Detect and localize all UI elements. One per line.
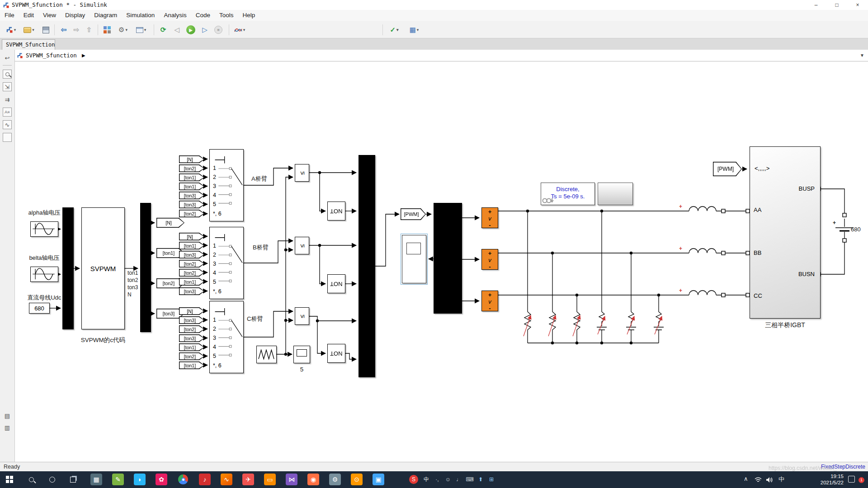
voltage-source-c[interactable]: + v -: [481, 291, 498, 311]
not-block-a[interactable]: NOT: [327, 202, 345, 221]
compare-block-a[interactable]: ≤: [295, 164, 309, 182]
from-tag[interactable]: [ton3]: [179, 334, 204, 342]
bridge-b-label: B桥臂: [253, 244, 269, 252]
from-tag[interactable]: [ton1]: [179, 183, 204, 190]
alpha-voltage-label: alpha轴电压: [22, 209, 67, 217]
not-block-b[interactable]: NOT: [327, 274, 345, 293]
igbt-bridge-subsystem[interactable]: <,,,,,> AA BB CC BUSP BUSN: [750, 146, 821, 319]
powergui-block[interactable]: Discrete, Ts = 5e-09 s.: [541, 183, 595, 205]
port-label-cc: CC: [754, 292, 762, 299]
from-tag[interactable]: [ton1]: [179, 242, 204, 249]
broken-link-icon: [542, 197, 556, 204]
from-tag[interactable]: [ton1]: [179, 174, 204, 181]
svpwm-sfunction-block[interactable]: SVPWM: [81, 207, 125, 329]
watermark: https://blog.csdn.net/weixin_: [769, 465, 837, 471]
from-tag[interactable]: [N]: [179, 155, 204, 163]
triangle-wave-block[interactable]: [256, 346, 277, 363]
goto-tag-n[interactable]: [N]: [156, 218, 184, 228]
voltage-source-a[interactable]: + v -: [481, 207, 498, 228]
from-tag[interactable]: [ton3]: [179, 316, 204, 324]
polarity-plus-mark: +: [679, 245, 682, 252]
mux-pwm-block[interactable]: [359, 155, 375, 377]
multiport-switch-a[interactable]: 1 2 3 4 5 *, 6: [209, 149, 244, 221]
svpwm-output-label: ton3: [127, 284, 138, 291]
from-tag[interactable]: [ton3]: [179, 201, 204, 208]
battery-plus-label: +: [833, 220, 836, 226]
beta-voltage-label: belta轴电压: [22, 254, 67, 262]
from-tag[interactable]: [ton1]: [179, 361, 204, 369]
scope-block-small[interactable]: [293, 346, 310, 363]
scope-screen-icon: [297, 349, 307, 357]
svpwm-output-label: ton1: [127, 270, 138, 276]
pwm-input-port-label: <,,,,,>: [755, 165, 769, 172]
multiport-switch-c[interactable]: 1 2 3 4 5 *, 6: [209, 301, 244, 373]
svpwm-output-label: ton2: [127, 277, 138, 283]
triangle-wave-icon: [257, 346, 276, 362]
port-label-aa: AA: [754, 206, 761, 213]
polarity-plus-mark: +: [679, 287, 682, 294]
scope-block-selected[interactable]: [402, 235, 426, 283]
port-label-busp: BUSP: [799, 185, 815, 192]
from-tag[interactable]: [N]: [179, 233, 204, 240]
from-tag[interactable]: [N]: [179, 307, 204, 315]
udc-label: 直流母线Udc: [21, 294, 68, 302]
sine-wave-block-alpha[interactable]: [30, 221, 58, 237]
from-tag-pwm[interactable]: [PWM]: [713, 162, 742, 176]
sine-wave-block-beta[interactable]: [30, 267, 58, 282]
from-tag[interactable]: [ton2]: [179, 210, 204, 217]
svpwm-caption: SVPWM的c代码: [68, 336, 138, 344]
mux-block[interactable]: [62, 207, 74, 329]
port-label-bb: BB: [754, 249, 761, 256]
svpwm-output-label: N: [127, 291, 132, 298]
bridge-c-label: C桥臂: [247, 315, 263, 323]
from-tag[interactable]: [ton2]: [179, 269, 204, 277]
polarity-plus-mark: +: [679, 203, 682, 210]
from-tag[interactable]: [ton1]: [179, 343, 204, 351]
demux-block[interactable]: [140, 203, 151, 332]
scope-caption: 5: [293, 366, 310, 373]
from-tag[interactable]: [ton1]: [179, 278, 204, 286]
from-tag[interactable]: [ton2]: [179, 164, 204, 172]
igbt-caption: 三相半桥IGBT: [750, 321, 821, 329]
from-tag[interactable]: [ton2]: [179, 352, 204, 360]
from-tag[interactable]: [ton3]: [179, 192, 204, 199]
from-tag[interactable]: [ton3]: [179, 287, 204, 295]
demux-pwm-block[interactable]: [434, 203, 462, 314]
compare-block-c[interactable]: ≤: [295, 307, 309, 325]
scope-screen-icon: [406, 243, 421, 254]
sine-wave-icon: [31, 267, 57, 281]
from-tag[interactable]: [ton2]: [179, 260, 204, 267]
voltage-source-b[interactable]: + v -: [481, 249, 498, 270]
from-tag[interactable]: [ton3]: [179, 251, 204, 258]
compare-block-b[interactable]: ≤: [295, 237, 309, 254]
goto-tag-pwm[interactable]: [PWM]: [401, 208, 426, 220]
udc-constant-block[interactable]: 680: [29, 303, 50, 314]
battery-value-label: 680: [851, 226, 861, 233]
empty-annotation-box[interactable]: [598, 183, 633, 205]
multiport-switch-b[interactable]: 1 2 3 4 5 *, 6: [209, 227, 244, 299]
port-label-busn: BUSN: [798, 271, 815, 277]
not-block-c[interactable]: NOT: [327, 344, 345, 363]
from-tag[interactable]: [ton2]: [179, 325, 204, 333]
svpwm-block-label: SVPWM: [82, 208, 124, 329]
sine-wave-icon: [31, 222, 57, 236]
bridge-a-label: A桥臂: [251, 175, 267, 183]
